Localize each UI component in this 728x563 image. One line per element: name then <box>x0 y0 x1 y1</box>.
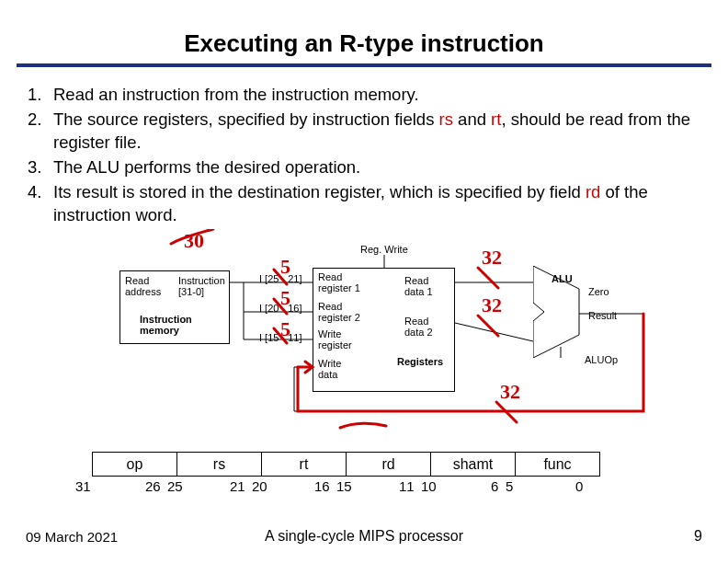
bit-label: 6 <box>491 478 498 494</box>
field-func: func <box>516 453 600 477</box>
step-text: The ALU performs the desired operation. <box>53 156 700 179</box>
field-op: op <box>93 453 177 477</box>
step-number: 2. <box>28 109 53 155</box>
bit-label: 26 <box>145 478 161 494</box>
slide-title: Executing an R-type instruction <box>0 0 728 63</box>
instruction-format-table: oprsrtrdshamtfunc <box>92 452 600 477</box>
field-rs: rs <box>177 453 262 477</box>
step-item: 4.Its result is stored in the destinatio… <box>28 181 700 227</box>
bit-label: 0 <box>575 478 583 494</box>
field-shamt: shamt <box>431 453 516 477</box>
bit-label: 25 <box>167 478 183 494</box>
step-item: 1.Read an instruction from the instructi… <box>28 84 700 107</box>
field-rd: rd <box>347 453 431 477</box>
footer-page-number: 9 <box>694 528 702 545</box>
bit-label: 10 <box>421 478 437 494</box>
bit-label: 11 <box>399 478 415 494</box>
bit-label: 15 <box>336 478 352 494</box>
step-item: 3.The ALU performs the desired operation… <box>28 156 700 179</box>
step-number: 4. <box>28 181 53 227</box>
step-text: Read an instruction from the instruction… <box>53 84 700 107</box>
field-rt: rt <box>262 453 347 477</box>
footer-caption: A single-cycle MIPS processor <box>0 528 728 545</box>
datapath-diagram: Read address Instruction [31-0] Instruct… <box>0 229 728 431</box>
step-list: 1.Read an instruction from the instructi… <box>28 84 700 227</box>
bit-label: 5 <box>506 478 513 494</box>
bit-label: 21 <box>230 478 245 494</box>
title-underline <box>17 63 711 67</box>
step-number: 3. <box>28 156 53 179</box>
step-text: Its result is stored in the destination … <box>53 181 700 227</box>
red-strokes <box>0 229 728 431</box>
step-item: 2.The source registers, specified by ins… <box>28 109 700 155</box>
step-number: 1. <box>28 84 53 107</box>
bit-label: 31 <box>75 478 91 494</box>
step-text: The source registers, specified by instr… <box>53 109 700 155</box>
bit-label: 16 <box>314 478 330 494</box>
bit-label: 20 <box>252 478 267 494</box>
